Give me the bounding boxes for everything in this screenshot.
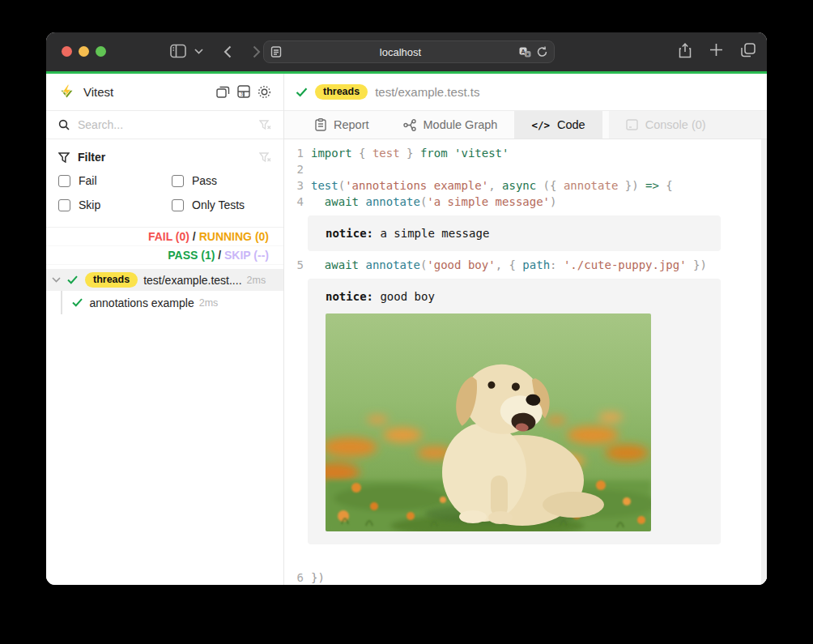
tree-guide-line bbox=[61, 291, 62, 314]
share-icon[interactable] bbox=[679, 43, 692, 58]
clear-filter-icon[interactable] bbox=[259, 152, 271, 163]
checkbox[interactable] bbox=[58, 199, 70, 211]
skip-count: SKIP (--) bbox=[224, 249, 269, 262]
line-number: 4 bbox=[284, 195, 304, 208]
checkbox[interactable] bbox=[172, 199, 184, 211]
module-graph-icon bbox=[403, 119, 416, 131]
translate-icon[interactable]: A★ bbox=[519, 47, 531, 58]
pass-check-icon bbox=[67, 275, 78, 284]
forward-icon[interactable] bbox=[253, 45, 261, 58]
test-case-row[interactable]: annotations example 2ms bbox=[46, 291, 283, 314]
file-header: threads test/example.test.ts bbox=[284, 74, 767, 111]
search-bar bbox=[46, 111, 283, 139]
tab-module-graph[interactable]: Module Graph bbox=[386, 111, 515, 139]
report-icon bbox=[315, 118, 326, 131]
code-line: 4 await annotate('a simple message') bbox=[284, 194, 767, 210]
code-line: 3test('annotations example', async ({ an… bbox=[284, 177, 767, 194]
scrollbar[interactable] bbox=[761, 139, 767, 585]
chevron-down-icon[interactable] bbox=[194, 49, 203, 54]
traffic-lights bbox=[62, 46, 106, 57]
tab-code[interactable]: </> Code bbox=[514, 111, 602, 139]
url-text: localhost bbox=[282, 46, 519, 58]
checkbox[interactable] bbox=[58, 175, 70, 187]
fail-count: FAIL (0) bbox=[148, 230, 189, 243]
test-file-name: test/example.test.... bbox=[143, 274, 241, 287]
code-line: 6}) bbox=[284, 569, 767, 585]
collapse-panels-icon[interactable] bbox=[216, 85, 230, 99]
filter-icon bbox=[58, 152, 70, 163]
clear-search-filter-icon[interactable] bbox=[259, 120, 271, 130]
pass-count: PASS (1) bbox=[168, 249, 215, 262]
chrome-actions bbox=[679, 43, 756, 58]
reload-icon[interactable] bbox=[537, 46, 547, 58]
filter-option-only-tests[interactable]: Only Tests bbox=[172, 198, 271, 211]
code-line: 2 bbox=[284, 161, 767, 177]
code-icon: </> bbox=[531, 119, 550, 131]
tab-overview-icon[interactable] bbox=[741, 43, 756, 58]
filter-option-pass[interactable]: Pass bbox=[172, 174, 271, 187]
console-icon bbox=[626, 119, 638, 130]
annotation-notice: notice: a simple message bbox=[308, 215, 721, 251]
search-icon bbox=[58, 119, 70, 130]
open-file-name: test/example.test.ts bbox=[375, 85, 479, 99]
zoom-window-button[interactable] bbox=[96, 46, 106, 57]
pool-badge: threads bbox=[315, 84, 368, 100]
tab-bar: Report Module Graph </> Code bbox=[284, 111, 767, 139]
line-number: 3 bbox=[284, 179, 304, 192]
filter-option-skip[interactable]: Skip bbox=[58, 198, 172, 211]
test-case-name: annotations example bbox=[90, 296, 194, 309]
annotation-image-cute-puppy bbox=[326, 313, 651, 531]
line-number: 2 bbox=[284, 163, 304, 176]
search-input[interactable] bbox=[78, 118, 251, 131]
address-bar[interactable]: localhost A★ bbox=[263, 41, 555, 63]
running-count: RUNNING (0) bbox=[199, 230, 269, 243]
sidebar-header: Vitest 31 bbox=[46, 74, 283, 111]
sidebar: Vitest 31 bbox=[46, 74, 284, 585]
test-file-row[interactable]: threads test/example.test.... 2ms bbox=[46, 269, 283, 291]
notice-label: notice: bbox=[326, 290, 373, 303]
pool-badge: threads bbox=[85, 272, 138, 288]
notice-label: notice: bbox=[326, 227, 373, 240]
reader-icon[interactable] bbox=[270, 46, 282, 58]
tab-console[interactable]: Console (0) bbox=[609, 111, 723, 139]
line-number: 6 bbox=[284, 571, 304, 584]
run-summary: FAIL (0) / RUNNING (0) PASS (1) / SKIP (… bbox=[46, 227, 283, 265]
app-title: Vitest bbox=[83, 85, 113, 99]
puppy-photo bbox=[326, 313, 651, 531]
main-panel: threads test/example.test.ts Report Modu… bbox=[284, 74, 767, 585]
back-icon[interactable] bbox=[223, 45, 232, 58]
line-number: 5 bbox=[284, 258, 304, 271]
close-window-button[interactable] bbox=[62, 46, 72, 57]
chevron-down-icon[interactable] bbox=[52, 277, 61, 283]
checkbox[interactable] bbox=[172, 175, 184, 187]
svg-text:31: 31 bbox=[240, 92, 245, 96]
code-area[interactable]: 1import { test } from 'vitest'23test('an… bbox=[284, 139, 767, 585]
test-duration: 2ms bbox=[199, 297, 219, 309]
code-line: 5 await annotate('good boy', { path: './… bbox=[284, 257, 767, 273]
sidebar-toggle-icon[interactable] bbox=[170, 44, 186, 58]
svg-text:A: A bbox=[521, 48, 525, 53]
filter-section: Filter Fail Pass Skip Only Tests bbox=[46, 139, 283, 211]
vitest-logo-icon bbox=[58, 84, 75, 100]
test-duration: 2ms bbox=[247, 275, 266, 286]
light-mode-icon[interactable] bbox=[258, 85, 271, 99]
browser-window: localhost A★ bbox=[46, 32, 767, 585]
filter-title: Filter bbox=[78, 151, 105, 164]
browser-chrome: localhost A★ bbox=[46, 32, 767, 71]
line-number: 1 bbox=[284, 147, 304, 160]
filter-option-fail[interactable]: Fail bbox=[58, 174, 172, 187]
console-tab-region: Console (0) bbox=[609, 111, 767, 139]
annotation-notice: notice: good boy bbox=[308, 279, 721, 544]
new-tab-icon[interactable] bbox=[709, 43, 723, 58]
test-tree: threads test/example.test.... 2ms annota… bbox=[46, 269, 283, 314]
svg-text:★: ★ bbox=[526, 52, 530, 57]
pass-check-icon bbox=[296, 87, 308, 97]
pass-check-icon bbox=[72, 298, 83, 307]
minimize-window-button[interactable] bbox=[79, 46, 89, 57]
dashboard-icon[interactable]: 31 bbox=[237, 85, 250, 99]
tab-report[interactable]: Report bbox=[298, 111, 386, 139]
code-line: 1import { test } from 'vitest' bbox=[284, 145, 767, 161]
